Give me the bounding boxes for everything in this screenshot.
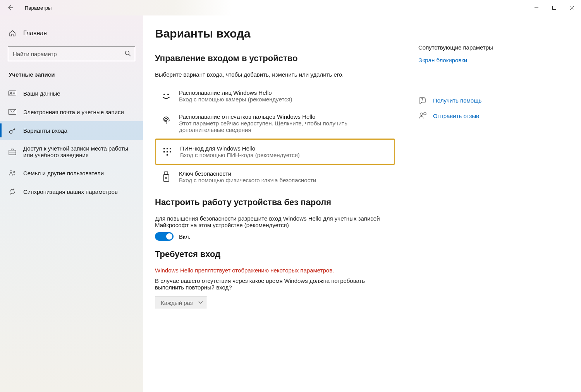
svg-rect-21 — [163, 151, 165, 152]
svg-point-11 — [9, 130, 12, 134]
svg-point-17 — [167, 94, 169, 95]
chevron-down-icon — [198, 301, 203, 304]
sync-icon — [9, 188, 16, 195]
svg-rect-19 — [167, 148, 168, 149]
sidebar-item-label: Электронная почта и учетные записи — [23, 109, 124, 115]
svg-rect-10 — [9, 110, 16, 115]
svg-point-16 — [163, 94, 165, 95]
option-desc: Вход с помощью камеры (рекомендуется) — [179, 96, 292, 103]
sidebar-item-label: Ваши данные — [23, 90, 60, 97]
svg-rect-22 — [167, 151, 168, 152]
svg-point-27 — [165, 177, 167, 179]
minimize-icon — [534, 5, 539, 10]
svg-point-29 — [420, 113, 423, 116]
back-button[interactable] — [5, 2, 15, 13]
home-label: Главная — [23, 30, 47, 37]
svg-rect-24 — [167, 154, 168, 156]
option-security-key[interactable]: Ключ безопасности Вход с помощью физичес… — [155, 165, 395, 189]
id-card-icon — [9, 89, 16, 97]
option-desc: Этот параметр сейчас недоступен. Щелкнит… — [179, 120, 389, 133]
option-title: Распознавание отпечатков пальцев Windows… — [179, 113, 389, 120]
require-signin-heading: Требуется вход — [155, 249, 395, 259]
briefcase-icon — [9, 148, 16, 156]
sidebar-item-work-school[interactable]: Доступ к учетной записи места работы или… — [0, 140, 143, 164]
svg-text:?: ? — [421, 98, 423, 101]
option-desc: Вход с помощью физического ключа безопас… — [179, 177, 316, 183]
related-heading: Сопутствующие параметры — [418, 44, 519, 51]
window-title: Параметры — [25, 5, 52, 11]
require-warning: Windows Hello препятствует отображению н… — [155, 267, 395, 274]
sidebar-item-sync[interactable]: Синхронизация ваших параметров — [0, 182, 143, 201]
sidebar-item-family[interactable]: Семья и другие пользователи — [0, 164, 143, 182]
maximize-button[interactable] — [545, 2, 563, 14]
svg-rect-23 — [170, 151, 171, 152]
mail-icon — [9, 108, 16, 116]
sidebar-item-label: Варианты входа — [23, 127, 67, 134]
option-title: Распознавание лиц Windows Hello — [179, 89, 292, 96]
get-help-link[interactable]: ? Получить помощь — [418, 96, 519, 104]
sidebar-item-your-info[interactable]: Ваши данные — [0, 84, 143, 103]
dropdown-value: Каждый раз — [161, 300, 193, 306]
face-icon — [160, 90, 172, 102]
feedback-label: Отправить отзыв — [433, 113, 479, 119]
passwordless-toggle-row: Вкл. — [155, 232, 395, 241]
toggle-label: Вкл. — [179, 233, 191, 240]
option-title: Ключ безопасности — [179, 170, 316, 177]
sidebar-item-sign-in-options[interactable]: Варианты входа — [0, 121, 143, 140]
home-nav-item[interactable]: Главная — [0, 26, 143, 41]
require-text: В случае вашего отсутствия через какое в… — [155, 277, 395, 291]
window-controls — [528, 2, 581, 14]
svg-rect-1 — [553, 6, 556, 10]
option-desc: Вход с помощью ПИН-кода (рекомендуется) — [180, 152, 300, 158]
sidebar-item-label: Семья и другие пользователи — [23, 170, 104, 176]
svg-point-14 — [10, 171, 12, 173]
passwordless-lead: Для повышения безопасности разрешите вхо… — [155, 215, 395, 228]
svg-rect-18 — [163, 148, 165, 149]
search-icon — [124, 50, 131, 57]
aside-column: Сопутствующие параметры Экран блокировки… — [418, 27, 519, 369]
home-icon — [9, 29, 16, 37]
option-title: ПИН-код для Windows Hello — [180, 145, 300, 152]
title-bar: Параметры — [0, 0, 581, 15]
sidebar: Главная Учетные записи Ваши данные Элект… — [0, 15, 143, 392]
option-pin[interactable]: ПИН-код для Windows Hello Вход с помощью… — [155, 139, 395, 165]
send-feedback-link[interactable]: Отправить отзыв — [418, 111, 519, 120]
help-label: Получить помощь — [433, 97, 481, 104]
fingerprint-icon — [160, 114, 172, 126]
close-button[interactable] — [563, 2, 581, 14]
svg-point-15 — [13, 171, 15, 173]
category-heading: Учетные записи — [0, 70, 143, 84]
manage-signin-heading: Управление входом в устройство — [155, 53, 395, 63]
minimize-button[interactable] — [528, 2, 545, 14]
usb-key-icon — [160, 171, 172, 183]
search-field-wrap — [8, 46, 135, 61]
option-face[interactable]: Распознавание лиц Windows Hello Вход с п… — [155, 84, 395, 108]
lock-screen-link[interactable]: Экран блокировки — [418, 57, 519, 63]
passwordless-heading: Настроить работу устройства без пароля — [155, 197, 395, 207]
sidebar-item-label: Синхронизация ваших параметров — [23, 188, 118, 195]
option-fingerprint[interactable]: Распознавание отпечатков пальцев Windows… — [155, 108, 395, 139]
main-pane: Варианты входа Управление входом в устро… — [143, 15, 581, 392]
svg-rect-20 — [170, 148, 171, 149]
keypad-icon — [162, 146, 173, 157]
search-input[interactable] — [8, 46, 135, 61]
content-column: Варианты входа Управление входом в устро… — [155, 27, 395, 369]
require-signin-dropdown[interactable]: Каждый раз — [155, 296, 207, 309]
arrow-left-icon — [7, 5, 13, 11]
page-title: Варианты входа — [155, 27, 395, 40]
sidebar-item-email-accounts[interactable]: Электронная почта и учетные записи — [0, 103, 143, 121]
svg-rect-26 — [163, 175, 169, 181]
feedback-icon — [418, 111, 427, 120]
svg-rect-12 — [9, 150, 16, 155]
key-icon — [9, 127, 16, 134]
manage-signin-lead: Выберите вариант входа, чтобы добавить, … — [155, 71, 395, 78]
maximize-icon — [552, 5, 557, 10]
svg-line-5 — [129, 55, 131, 56]
svg-point-4 — [125, 51, 129, 55]
svg-rect-25 — [165, 172, 168, 175]
sidebar-item-label: Доступ к учетной записи места работы или… — [23, 145, 134, 158]
close-icon — [570, 5, 574, 10]
people-icon — [9, 169, 16, 177]
passwordless-toggle[interactable] — [155, 232, 174, 241]
svg-point-7 — [10, 92, 12, 94]
